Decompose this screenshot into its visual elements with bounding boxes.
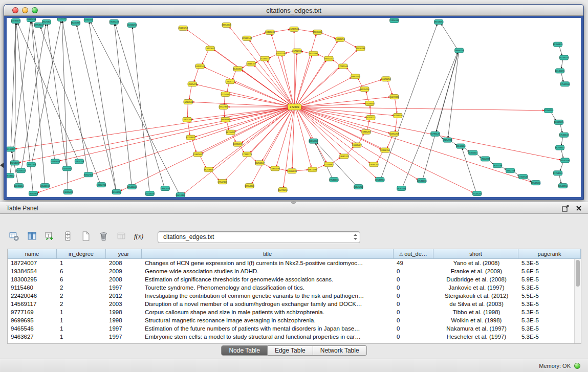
citation-edge-red[interactable] xyxy=(395,118,397,132)
citation-edge-red[interactable] xyxy=(292,109,294,168)
graph-node-yellow[interactable]: 17235140 xyxy=(338,64,348,69)
graph-node-yellow[interactable]: 16461613 xyxy=(233,67,243,71)
table-row[interactable]: 911546021997Tourette syndrome. Phenomeno… xyxy=(8,283,574,292)
graph-node-yellow[interactable]: 16352481 xyxy=(309,51,318,56)
citation-edge-black[interactable] xyxy=(316,143,333,178)
graph-node-yellow[interactable]: 17428540 xyxy=(365,101,375,106)
citation-edge-red[interactable] xyxy=(200,156,206,167)
citation-edge-red[interactable] xyxy=(321,33,336,38)
citation-edge-black[interactable] xyxy=(423,53,458,179)
table-row[interactable]: 2242004622012Investigating the contribut… xyxy=(8,292,574,300)
network-canvas[interactable]: 1724091646161312725712127545321554236718… xyxy=(7,18,581,197)
graph-node-teal[interactable]: 20416253 xyxy=(127,23,137,27)
citation-edge-red[interactable] xyxy=(192,139,196,152)
citation-edge-black[interactable] xyxy=(441,24,457,49)
graph-node-teal[interactable]: 18163254 xyxy=(434,19,444,24)
column-header-pagerank[interactable]: pagerank xyxy=(518,249,581,259)
citation-edge-black[interactable] xyxy=(47,25,67,166)
citation-edge-red[interactable] xyxy=(297,29,313,32)
citation-edge-red[interactable] xyxy=(193,102,291,107)
citation-edge-red[interactable] xyxy=(296,56,312,105)
citation-edge-red[interactable] xyxy=(295,170,308,171)
graph-node-yellow[interactable]: 17254301 xyxy=(186,135,195,140)
graph-node-yellow[interactable]: 15247503 xyxy=(289,27,299,31)
graph-node-teal[interactable]: 18102634 xyxy=(456,144,466,148)
citation-edge-red[interactable] xyxy=(358,78,363,87)
graph-node-yellow[interactable]: 15370495 xyxy=(270,166,280,171)
citation-edge-black[interactable] xyxy=(403,53,458,186)
graph-node-yellow[interactable]: 17554203 xyxy=(245,184,254,188)
table-row[interactable]: 1938455462009Genome-wide association stu… xyxy=(8,267,574,275)
graph-node-yellow[interactable]: 18425036 xyxy=(265,30,275,34)
graph-node-yellow[interactable]: 12754532 xyxy=(221,92,230,97)
graph-node-teal[interactable]: 18254963 xyxy=(29,191,38,196)
graph-node-yellow[interactable]: 16253418 xyxy=(204,167,213,172)
table-row[interactable]: 1456911722003Disruption of a novel membe… xyxy=(8,300,574,308)
graph-node-yellow[interactable]: 22063148 xyxy=(242,36,252,40)
graph-node-yellow[interactable]: 12725712 xyxy=(225,79,235,84)
citation-edge-black[interactable] xyxy=(77,26,116,190)
graph-node-teal[interactable]: 20035416 xyxy=(14,184,24,188)
graph-node-yellow[interactable]: 17285372 xyxy=(233,142,243,146)
function-builder-button[interactable]: f(x) xyxy=(133,230,146,244)
citation-edge-black[interactable] xyxy=(561,149,563,158)
graph-node-teal[interactable]: 19253046 xyxy=(62,166,72,171)
graph-node-teal[interactable]: 21542036 xyxy=(57,18,67,21)
graph-node-teal[interactable]: 18245103 xyxy=(559,55,569,60)
citation-edge-red[interactable] xyxy=(387,136,393,148)
citation-edge-red[interactable] xyxy=(278,169,287,171)
graph-node-teal[interactable]: 20145206 xyxy=(472,191,482,196)
graph-node-teal[interactable]: 17203546 xyxy=(518,174,528,179)
citation-edge-red[interactable] xyxy=(298,107,531,182)
graph-node-teal[interactable]: 19035247 xyxy=(110,19,119,24)
graph-node-yellow[interactable]: 18041742 xyxy=(339,154,349,159)
graph-node-yellow[interactable]: 17542103 xyxy=(217,180,227,184)
citation-edge-black[interactable] xyxy=(448,53,459,138)
citation-edge-red[interactable] xyxy=(232,71,236,79)
edit-table-button[interactable] xyxy=(43,230,57,244)
column-header-name[interactable]: name xyxy=(8,249,57,259)
graph-node-teal[interactable]: 19356470 xyxy=(553,42,563,47)
graph-node-yellow[interactable]: 16256347 xyxy=(255,161,265,165)
graph-node-teal[interactable]: 21360254 xyxy=(84,18,94,22)
graph-node-yellow[interactable]: 16815235 xyxy=(308,167,317,172)
graph-node-teal[interactable]: 18542036 xyxy=(531,181,541,185)
table-settings-button[interactable] xyxy=(7,230,21,244)
graph-node-yellow[interactable]: 16105427 xyxy=(352,143,362,147)
graph-node-teal[interactable]: 16352401 xyxy=(468,150,478,155)
graph-node-teal[interactable]: 18254136 xyxy=(493,163,503,168)
table-row[interactable]: 977716911998Corpus callosum shape and si… xyxy=(8,308,574,316)
graph-node-teal[interactable]: 20145032 xyxy=(51,159,60,164)
graph-node-teal[interactable]: 17254203 xyxy=(553,171,563,176)
table-row[interactable]: 969969511998Structural magnetic resonanc… xyxy=(8,316,574,324)
citation-edge-red[interactable] xyxy=(267,61,293,105)
table-row[interactable]: 1830029562008Estimation of significance … xyxy=(8,275,574,283)
graph-node-yellow[interactable]: 15036247 xyxy=(356,46,365,51)
hub-node[interactable]: 172409 xyxy=(288,104,301,110)
graph-node-teal[interactable]: 19263541 xyxy=(397,186,406,191)
graph-node-teal[interactable]: 16793125 xyxy=(430,132,440,136)
citation-edge-red[interactable] xyxy=(395,99,397,113)
graph-node-yellow[interactable]: 15720534 xyxy=(183,100,193,104)
citation-edge-black[interactable] xyxy=(561,137,563,145)
citation-network-graph[interactable]: 1724091646161312725712127545321554236718… xyxy=(7,18,581,197)
citation-edge-red[interactable] xyxy=(296,35,316,105)
graph-node-yellow[interactable]: 16935214 xyxy=(360,87,369,92)
graph-node-yellow[interactable]: 15695203 xyxy=(369,162,379,167)
citation-edge-red[interactable] xyxy=(60,107,291,161)
graph-node-yellow[interactable]: 18698581 xyxy=(221,117,230,122)
graph-node-yellow[interactable]: 20147253 xyxy=(178,26,188,30)
citation-edge-red[interactable] xyxy=(298,90,360,106)
graph-node-teal[interactable]: 16542960 xyxy=(558,184,568,188)
citation-edge-black[interactable] xyxy=(561,59,563,68)
graph-node-yellow[interactable]: 16074253 xyxy=(381,77,391,81)
graph-node-yellow[interactable]: 16155277 xyxy=(226,130,235,135)
citation-edge-red[interactable] xyxy=(234,82,291,106)
citation-edge-black[interactable] xyxy=(559,46,562,55)
window-titlebar[interactable]: citations_edges.txt xyxy=(4,5,583,16)
citation-edge-red[interactable] xyxy=(273,30,289,32)
graph-node-teal[interactable]: 21035476 xyxy=(11,18,21,23)
column-header-title[interactable]: title xyxy=(142,249,394,259)
tab-edge-table[interactable]: Edge Table xyxy=(268,345,313,356)
citation-edge-black[interactable] xyxy=(381,25,437,178)
